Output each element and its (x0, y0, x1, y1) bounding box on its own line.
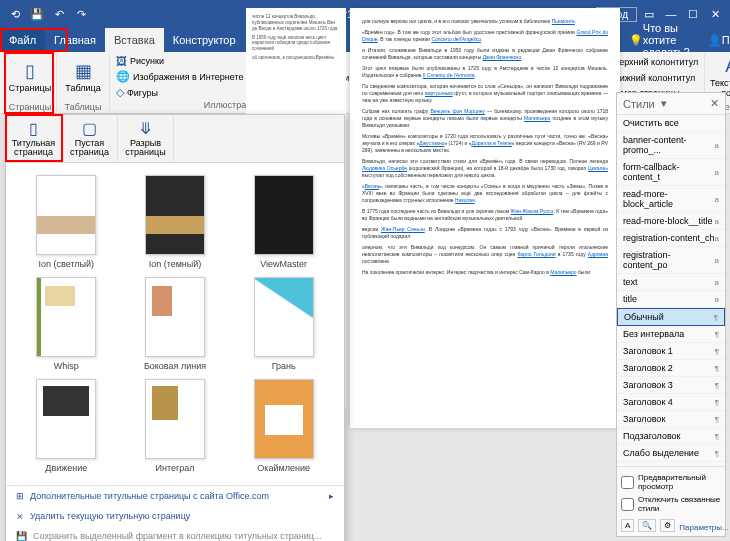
redo-icon[interactable]: ↷ (71, 4, 91, 24)
style-marker-icon: ¶ (715, 381, 719, 390)
document-page[interactable]: для полную версию ног цикла, и в его пои… (350, 8, 620, 428)
style-item[interactable]: registration-content_cha (617, 230, 725, 247)
tab-home[interactable]: Главная (45, 28, 105, 52)
gallery-item[interactable]: ViewMaster (233, 175, 334, 269)
style-marker-icon: ¶ (715, 398, 719, 407)
cover-gallery: Ion (светлый) Ion (темный) ViewMaster Wh… (6, 163, 344, 485)
style-item[interactable]: Заголовок 1¶ (617, 343, 725, 360)
style-marker-icon: ¶ (715, 364, 719, 373)
gallery-item[interactable]: Окаймление (233, 379, 334, 473)
shapes-button[interactable]: ◇Фигуры (114, 85, 246, 100)
textbox-icon: A (725, 57, 730, 77)
remove-cover[interactable]: ⨯Удалить текущую титульную страницу (6, 506, 344, 526)
gallery-item[interactable]: Ion (светлый) (16, 175, 117, 269)
shapes-icon: ◇ (116, 86, 124, 99)
hyperlink[interactable]: Малипьеро (524, 115, 550, 121)
hyperlink[interactable]: виртуозным (425, 90, 453, 96)
style-item[interactable]: banner-content-promo_...a (617, 132, 725, 159)
table-button[interactable]: ▦Таблица (61, 54, 105, 102)
online-pictures-button[interactable]: 🌐Изображения в Интернете (114, 69, 246, 84)
gallery-item[interactable]: Ion (темный) (125, 175, 226, 269)
style-marker-icon: ¶ (715, 432, 719, 441)
style-item[interactable]: texta (617, 274, 725, 291)
close-pane-icon[interactable]: ✕ (710, 97, 719, 110)
style-inspector-icon[interactable]: 🔍 (638, 519, 656, 532)
new-style-icon[interactable]: A (621, 519, 634, 532)
autosave-icon[interactable]: ⟲ (5, 4, 25, 24)
more-from-office[interactable]: ⊞Дополнительные титульные страницы с сай… (6, 486, 344, 506)
style-item[interactable]: Слабо выделение¶ (617, 445, 725, 462)
hyperlink[interactable]: Concerto dell'Angelico (431, 36, 481, 42)
style-marker-icon: a (715, 168, 719, 177)
save-icon: 💾 (16, 531, 27, 541)
style-item[interactable]: Заголовок 4¶ (617, 394, 725, 411)
hyperlink[interactable]: Венцель фон Морцину (430, 108, 485, 114)
hyperlink[interactable]: Николая (455, 197, 475, 203)
tell-me[interactable]: 💡 Что вы хотите сделать? (620, 28, 699, 52)
hyperlink[interactable]: Жан-Пьер Синьон (381, 226, 425, 232)
tab-design[interactable]: Конструктор (164, 28, 245, 52)
styles-list[interactable]: Очистить все banner-content-promo_...afo… (617, 115, 725, 466)
style-marker-icon: ¶ (715, 330, 719, 339)
dropdown-icon[interactable]: ▾ (661, 97, 667, 110)
hyperlink[interactable]: Дорилла в Темпе (471, 140, 511, 146)
hyperlink[interactable]: Джустиано (419, 140, 444, 146)
style-clear-all[interactable]: Очистить все (617, 115, 725, 132)
styles-options[interactable]: Параметры... (679, 519, 728, 532)
pictures-button[interactable]: 🖼Рисунки (114, 54, 246, 68)
style-item[interactable]: read-more-block_articlea (617, 186, 725, 213)
gallery-item[interactable]: Whisp (16, 277, 117, 371)
style-marker-icon: a (715, 295, 719, 304)
disable-linked-checkbox[interactable]: Отключить связанные стили (621, 493, 721, 515)
style-item[interactable]: read-more-block__titlea (617, 213, 725, 230)
share-button[interactable]: 👤 Поделиться (699, 28, 730, 52)
manage-styles-icon[interactable]: ⚙ (660, 519, 675, 532)
style-marker-icon: ¶ (715, 449, 719, 458)
hyperlink[interactable]: Il Cimento de l'Armonia (423, 72, 475, 78)
save-icon[interactable]: 💾 (27, 4, 47, 24)
tab-insert[interactable]: Вставка (105, 28, 164, 52)
style-item[interactable]: Без интервала¶ (617, 326, 725, 343)
style-item[interactable]: Заголовок 3¶ (617, 377, 725, 394)
minimize-icon[interactable]: — (661, 4, 681, 24)
close-icon[interactable]: ✕ (705, 4, 725, 24)
style-item[interactable]: Обычный¶ (617, 308, 725, 326)
blank-page-icon: ▢ (82, 121, 97, 137)
gallery-item[interactable]: Интеграл (125, 379, 226, 473)
style-item[interactable]: registration-content_poa (617, 247, 725, 274)
hyperlink[interactable]: Адриана (588, 251, 608, 257)
hyperlink[interactable]: Малипьеро (550, 269, 576, 275)
cover-page-icon: ▯ (29, 121, 38, 137)
preview-checkbox[interactable]: Предварительный просмотр (621, 471, 721, 493)
table-icon: ▦ (75, 62, 92, 82)
style-marker-icon: a (715, 234, 719, 243)
break-icon: ⤋ (139, 121, 152, 137)
page-break-button[interactable]: ⤋Разрыв страницы (118, 115, 174, 162)
chevron-right-icon: ▸ (329, 491, 334, 501)
pages-button[interactable]: ▯Страницы (8, 54, 52, 102)
gallery-item[interactable]: Движение (16, 379, 117, 473)
hyperlink[interactable]: Цикале» (588, 165, 608, 171)
undo-icon[interactable]: ↶ (49, 4, 69, 24)
style-item[interactable]: titlea (617, 291, 725, 308)
tab-file[interactable]: Файл (0, 28, 45, 52)
hyperlink[interactable]: Джан Франческо (483, 54, 522, 60)
hyperlink[interactable]: Жан-Жаком Руссо (511, 208, 554, 214)
cover-page-button[interactable]: ▯Титульная страница (6, 115, 62, 162)
picture-icon: 🖼 (116, 55, 127, 67)
maximize-icon[interactable]: ☐ (683, 4, 703, 24)
gallery-item[interactable]: Грань (233, 277, 334, 371)
blank-page-button[interactable]: ▢Пустая страница (62, 115, 118, 162)
styles-title: Стили (623, 98, 655, 110)
hyperlink[interactable]: Пьемонте (552, 18, 575, 24)
style-item[interactable]: form-callback-content_ta (617, 159, 725, 186)
gallery-item[interactable]: Боковая линия (125, 277, 226, 371)
hyperlink[interactable]: Людовика Осьербе (362, 165, 407, 171)
hyperlink[interactable]: Весна (365, 183, 379, 189)
group-pages: Страницы (8, 102, 52, 113)
style-item[interactable]: Заголовок 2¶ (617, 360, 725, 377)
hyperlink[interactable]: Карло Гольдони (517, 251, 555, 257)
ribbon-options-icon[interactable]: ▭ (639, 4, 659, 24)
style-item[interactable]: Подзаголовок¶ (617, 428, 725, 445)
style-item[interactable]: Заголовок¶ (617, 411, 725, 428)
